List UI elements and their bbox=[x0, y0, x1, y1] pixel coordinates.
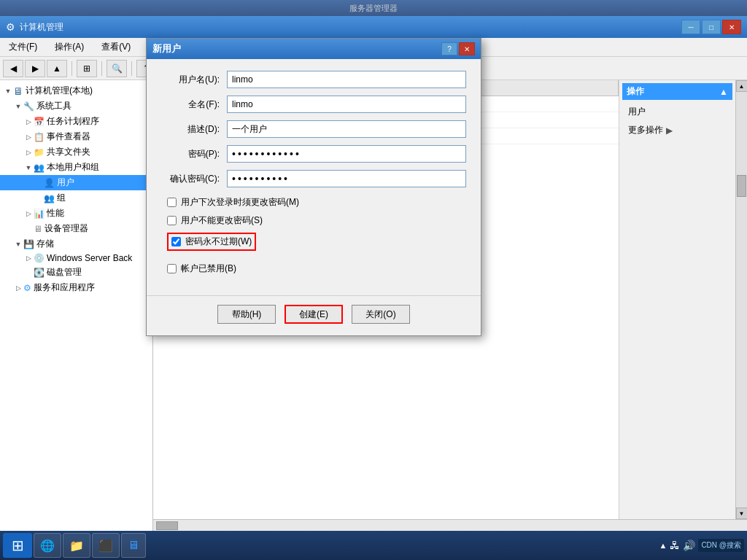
actions-users-item: 用户 bbox=[622, 103, 732, 121]
fullname-label: 全名(F): bbox=[161, 98, 220, 111]
checkbox-never-expire[interactable] bbox=[171, 237, 181, 246]
dialog-body: 用户名(U): 全名(F): 描述(D): 密码(P): 确认密码(C): bbox=[147, 59, 481, 295]
sharedfolder-label: 共享文件夹 bbox=[47, 146, 90, 158]
tree-root[interactable]: ▼ 🖥 计算机管理(本地) bbox=[0, 83, 152, 98]
checkbox-row-4: 帐户已禁用(B) bbox=[167, 262, 466, 275]
scroll-down-button[interactable]: ▼ bbox=[736, 508, 748, 519]
password-input[interactable] bbox=[227, 145, 466, 163]
taskbar-server-button[interactable]: 🖥 bbox=[121, 533, 146, 558]
event-icon: 📋 bbox=[34, 132, 44, 142]
perf-icon: 📊 bbox=[34, 209, 44, 219]
eventviewer-label: 事件查看器 bbox=[47, 131, 90, 143]
app-icon: ⚙ bbox=[6, 21, 15, 33]
systemtools-label: 系统工具 bbox=[36, 100, 71, 112]
scroll-up-button[interactable]: ▲ bbox=[736, 80, 748, 92]
checkbox-section: 用户下次登录时须更改密码(M) 用户不能更改密码(S) 密码永不过期(W) 帐户… bbox=[161, 196, 466, 275]
sidebar-item-taskscheduler[interactable]: ▷ 📅 任务计划程序 bbox=[0, 114, 152, 129]
sidebar-item-systemtools[interactable]: ▼ 🔧 系统工具 bbox=[0, 98, 152, 114]
sidebar-item-localusers[interactable]: ▼ 👥 本地用户和组 bbox=[0, 160, 152, 175]
sidebar-item-storage[interactable]: ▼ 💾 存储 bbox=[0, 236, 152, 252]
help-button[interactable]: 帮助(H) bbox=[217, 305, 276, 324]
checkbox-never-expire-label[interactable]: 密码永不过期(W) bbox=[185, 236, 252, 248]
dialog-close-action-button[interactable]: 关闭(O) bbox=[352, 305, 410, 324]
shared-expand-icon: ▷ bbox=[23, 149, 34, 156]
confirm-row: 确认密码(C): bbox=[161, 170, 466, 187]
sidebar-item-devicemgr[interactable]: 🖥 设备管理器 bbox=[0, 221, 152, 236]
back-button[interactable]: ◀ bbox=[3, 60, 23, 77]
checkbox-disabled-label[interactable]: 帐户已禁用(B) bbox=[181, 262, 236, 275]
checkbox-row-1: 用户下次登录时须更改密码(M) bbox=[167, 196, 466, 209]
fullname-input[interactable] bbox=[227, 96, 466, 113]
desc-label: 描述(D): bbox=[161, 123, 220, 136]
group-icon: 👥 bbox=[44, 193, 55, 203]
sidebar-item-services[interactable]: ▷ ⚙ 服务和应用程序 bbox=[0, 280, 152, 295]
localusers-expand-icon: ▼ bbox=[23, 164, 34, 171]
search-button[interactable]: 🔍 bbox=[107, 60, 127, 77]
window-close-button[interactable]: ✕ bbox=[722, 20, 741, 34]
sidebar-item-sharedfolder[interactable]: ▷ 📁 共享文件夹 bbox=[0, 144, 152, 160]
checkbox-disabled[interactable] bbox=[167, 264, 177, 273]
checkbox-row-3: 密码永不过期(W) bbox=[167, 233, 256, 251]
tools-icon: 🔧 bbox=[23, 101, 34, 112]
root-expand-icon: ▼ bbox=[3, 88, 13, 95]
taskbar-ie-button[interactable]: 🌐 bbox=[34, 533, 61, 558]
desc-row: 描述(D): bbox=[161, 120, 466, 138]
performance-label: 性能 bbox=[47, 207, 64, 219]
task-icon: 📅 bbox=[34, 117, 44, 127]
server-manager-titlebar: 服务器管理器 bbox=[0, 0, 747, 16]
fullname-row: 全名(F): bbox=[161, 96, 466, 113]
start-button[interactable]: ⊞ bbox=[3, 533, 32, 558]
users-folder-icon: 👥 bbox=[34, 163, 44, 173]
task-expand-icon: ▷ bbox=[23, 118, 34, 125]
menu-action[interactable]: 操作(A) bbox=[49, 39, 90, 55]
more-actions-label: 更多操作 bbox=[628, 124, 663, 136]
taskbar-terminal-button[interactable]: ⬛ bbox=[92, 533, 120, 558]
sidebar-item-groups[interactable]: 👥 组 bbox=[0, 190, 152, 206]
dialog-help-button[interactable]: ? bbox=[441, 42, 457, 55]
toolbar-separator bbox=[71, 61, 72, 76]
sidebar-item-diskmgmt[interactable]: 💽 磁盘管理 bbox=[0, 265, 152, 280]
services-expand-icon: ▷ bbox=[13, 284, 23, 292]
maximize-button[interactable]: □ bbox=[702, 20, 721, 34]
window-titlebar: ⚙ 计算机管理 ─ □ ✕ bbox=[0, 16, 747, 38]
password-label: 密码(P): bbox=[161, 148, 220, 160]
dialog-title: 新用户 bbox=[152, 42, 181, 55]
checkbox-cannot-change-label[interactable]: 用户不能更改密码(S) bbox=[181, 214, 263, 227]
sidebar-item-performance[interactable]: ▷ 📊 性能 bbox=[0, 206, 152, 221]
sidebar-item-wsb[interactable]: ▷ 💿 Windows Server Back bbox=[0, 252, 152, 265]
dialog-close-button[interactable]: ✕ bbox=[459, 42, 475, 55]
create-button[interactable]: 创建(E) bbox=[285, 305, 343, 324]
sidebar-item-users[interactable]: 👤 用户 bbox=[0, 175, 152, 190]
minimize-button[interactable]: ─ bbox=[681, 20, 700, 34]
dialog-footer: 帮助(H) 创建(E) 关闭(O) bbox=[147, 295, 481, 335]
taskscheduler-label: 任务计划程序 bbox=[47, 115, 99, 128]
storage-expand-icon: ▼ bbox=[13, 241, 23, 248]
sidebar-item-eventviewer[interactable]: ▷ 📋 事件查看器 bbox=[0, 129, 152, 144]
taskbar-explorer-button[interactable]: 📁 bbox=[63, 533, 90, 558]
confirm-input[interactable] bbox=[227, 170, 466, 187]
more-actions-item[interactable]: 更多操作 ▶ bbox=[622, 121, 732, 139]
up-button[interactable]: ▲ bbox=[47, 60, 67, 77]
menu-view[interactable]: 查看(V) bbox=[96, 39, 136, 55]
toolbar-separator2 bbox=[101, 61, 102, 76]
folder-icon: 📁 bbox=[34, 147, 44, 158]
dialog-controls: ? ✕ bbox=[441, 42, 475, 55]
username-input[interactable] bbox=[227, 71, 466, 88]
explorer-icon: 📁 bbox=[69, 539, 84, 553]
event-expand-icon: ▷ bbox=[23, 133, 34, 141]
wsb-label: Windows Server Back bbox=[47, 253, 132, 263]
taskbar-tray: ▲ 🖧 🔊 CDN @搜索 bbox=[659, 539, 745, 552]
actions-label: 操作 bbox=[627, 85, 644, 98]
localusers-label: 本地用户和组 bbox=[47, 161, 99, 174]
desc-input[interactable] bbox=[227, 120, 466, 138]
perf-expand-icon: ▷ bbox=[23, 210, 34, 217]
checkbox-cannot-change[interactable] bbox=[167, 216, 177, 225]
checkbox-must-change-label[interactable]: 用户下次登录时须更改密码(M) bbox=[181, 196, 299, 209]
checkbox-must-change[interactable] bbox=[167, 198, 177, 207]
services-label: 服务和应用程序 bbox=[34, 281, 95, 294]
forward-button[interactable]: ▶ bbox=[25, 60, 45, 77]
menu-file[interactable]: 文件(F) bbox=[3, 39, 43, 55]
tray-arrow-icon[interactable]: ▲ bbox=[659, 541, 667, 550]
actions-panel: 操作 ▲ 用户 更多操作 ▶ bbox=[619, 80, 735, 519]
show-hide-button[interactable]: ⊞ bbox=[77, 60, 97, 77]
